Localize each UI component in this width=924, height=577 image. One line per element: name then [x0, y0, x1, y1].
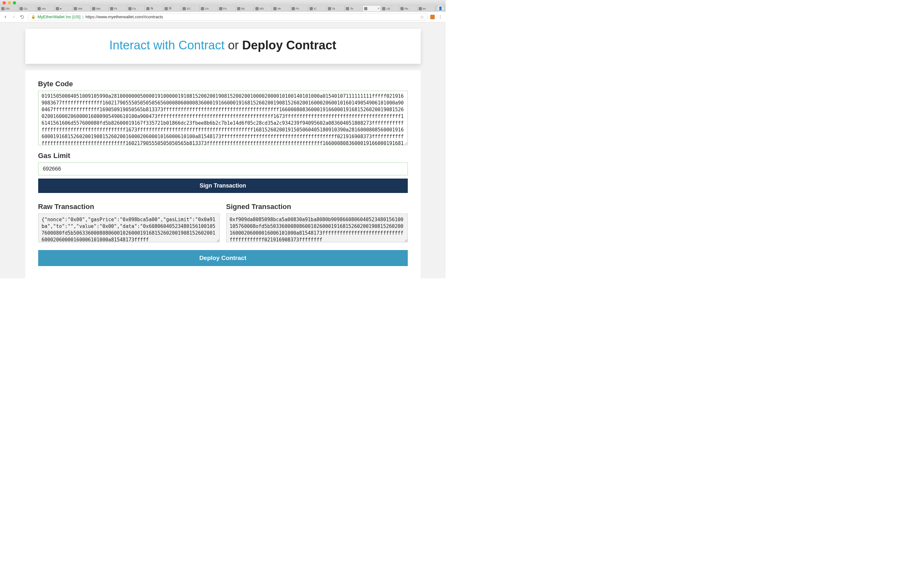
tab-label: DN	[5, 7, 10, 10]
browser-tab[interactable]: Te	[326, 6, 345, 11]
profile-avatar-icon[interactable]: 👤	[437, 5, 444, 12]
deploy-contract-button[interactable]: Deploy Contract	[38, 250, 408, 266]
tab-favicon-icon	[56, 7, 59, 10]
browser-tab[interactable]: Te	[344, 6, 363, 11]
tab-label: 與	[169, 6, 172, 11]
tab-label: ●	[60, 7, 61, 10]
tab-favicon-icon	[165, 7, 168, 10]
browser-tab[interactable]: Fa	[127, 6, 145, 11]
browser-tab[interactable]: Wh	[254, 6, 272, 11]
tab-label: Pr	[114, 7, 117, 10]
tab-label: Re	[405, 7, 409, 10]
browser-tab[interactable]: Po	[290, 6, 309, 11]
main-card: Byte Code Gas Limit Sign Transaction Raw…	[25, 70, 421, 278]
tab-favicon-icon	[74, 7, 77, 10]
tab-label: Wh	[260, 7, 264, 10]
tab-favicon-icon	[201, 7, 204, 10]
tab-label: Go	[24, 7, 27, 10]
tab-label: Te	[350, 7, 353, 10]
chrome-menu-icon[interactable]: ⋮	[437, 14, 443, 20]
tab-favicon-icon	[292, 7, 295, 10]
browser-tab[interactable]: Bit	[236, 6, 254, 11]
browser-tab[interactable]: Po	[218, 6, 236, 11]
browser-tab[interactable]: en	[417, 6, 436, 11]
browser-tab[interactable]: EC	[181, 6, 200, 11]
signedtx-textarea[interactable]	[226, 213, 408, 242]
url-text: https://www.myetherwallet.com/#contracts	[86, 15, 163, 19]
tab-favicon-icon	[110, 7, 113, 10]
maximize-window-icon[interactable]	[13, 1, 16, 5]
browser-tab[interactable]: Re	[399, 6, 417, 11]
tab-label: Po	[296, 7, 299, 10]
browser-tab[interactable]: om	[36, 6, 55, 11]
tab-label: Po	[223, 7, 227, 10]
browser-tab[interactable]: Un	[200, 6, 218, 11]
tab-label: Mr	[278, 7, 281, 10]
forward-button[interactable]	[11, 14, 17, 20]
browser-tab[interactable]: ×	[363, 6, 381, 11]
tab-label: IC	[314, 7, 317, 10]
address-bar: 🔒 MyEtherWallet Inc [US] | https://www.m…	[0, 11, 446, 23]
or-text: or	[228, 39, 239, 52]
tab-favicon-icon	[364, 7, 367, 10]
tab-favicon-icon	[37, 7, 41, 10]
rawtx-textarea[interactable]	[38, 213, 220, 242]
minimize-window-icon[interactable]	[8, 1, 11, 5]
browser-tab[interactable]: Ad	[381, 6, 399, 11]
tab-favicon-icon	[419, 7, 422, 10]
page-title: Interact with Contract or Deploy Contrac…	[25, 39, 421, 52]
browser-tab[interactable]: Go	[18, 6, 37, 11]
signedtx-label: Signed Transaction	[226, 203, 408, 211]
tab-favicon-icon	[146, 7, 150, 10]
tab-favicon-icon	[328, 7, 331, 10]
lock-icon: 🔒	[31, 15, 36, 19]
tab-label: Fa	[132, 7, 136, 10]
tab-label: Te	[332, 7, 335, 10]
browser-tab[interactable]: We	[73, 6, 91, 11]
sign-transaction-button[interactable]: Sign Transaction	[38, 179, 408, 193]
url-field[interactable]: 🔒 MyEtherWallet Inc [US] | https://www.m…	[27, 13, 428, 21]
tab-label: Bit	[241, 7, 245, 10]
deploy-tab-link[interactable]: Deploy Contract	[242, 39, 336, 52]
browser-tab[interactable]: DN	[0, 6, 18, 11]
tab-favicon-icon	[255, 7, 258, 10]
page-content: Interact with Contract or Deploy Contrac…	[0, 23, 446, 278]
tab-label: 為	[150, 6, 153, 11]
tab-favicon-icon	[19, 7, 23, 10]
browser-tab[interactable]: We	[91, 6, 109, 11]
tab-favicon-icon	[382, 7, 385, 10]
tab-favicon-icon	[1, 7, 5, 10]
browser-tab[interactable]: Pr	[109, 6, 127, 11]
extension-icon[interactable]	[430, 15, 435, 19]
reload-button[interactable]	[19, 14, 25, 20]
tab-close-icon[interactable]: ×	[378, 7, 380, 10]
tab-label: om	[42, 7, 46, 10]
tab-label: We	[78, 7, 82, 10]
browser-tab[interactable]: 與	[163, 6, 182, 11]
tab-favicon-icon	[346, 7, 349, 10]
browser-tab[interactable]: IC	[309, 6, 326, 11]
bookmark-star-icon[interactable]: ☆	[420, 15, 424, 19]
tab-favicon-icon	[183, 7, 186, 10]
tab-label: EC	[187, 7, 191, 10]
browser-tab[interactable]: 為	[145, 6, 163, 11]
tab-favicon-icon	[310, 7, 313, 10]
tab-label: en	[423, 7, 426, 10]
cert-label: MyEtherWallet Inc [US]	[37, 15, 81, 19]
bytecode-label: Byte Code	[38, 80, 408, 88]
gaslimit-label: Gas Limit	[38, 152, 408, 160]
tab-label: Ad	[386, 7, 390, 10]
rawtx-label: Raw Transaction	[38, 203, 220, 211]
browser-tab[interactable]: Mr	[272, 6, 290, 11]
interact-tab-link[interactable]: Interact with Contract	[110, 39, 225, 52]
tab-strip: DNGoom●WeWePrFa為與ECUnPoBitWhMrPoICTeTe×A…	[0, 6, 446, 11]
mac-window-titlebar	[0, 0, 446, 6]
back-button[interactable]	[3, 14, 8, 20]
close-window-icon[interactable]	[3, 1, 6, 5]
gaslimit-input[interactable]	[38, 163, 408, 175]
tab-label: We	[96, 7, 100, 10]
page-header-card: Interact with Contract or Deploy Contrac…	[25, 29, 421, 64]
bytecode-textarea[interactable]	[38, 91, 408, 145]
browser-tab[interactable]: ●	[55, 6, 73, 11]
tab-favicon-icon	[92, 7, 95, 10]
